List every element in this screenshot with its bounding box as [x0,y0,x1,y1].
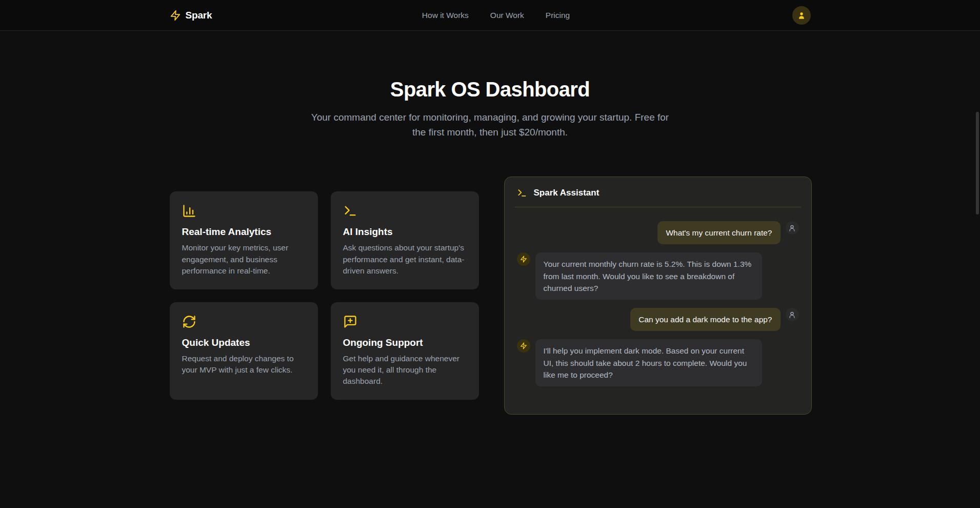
user-message-bubble: Can you add a dark mode to the app? [630,308,780,331]
user-icon [788,311,796,319]
user-message-bubble: What's my current churn rate? [657,221,780,244]
features-grid: Real-time Analytics Monitor your key met… [170,191,479,400]
page-scrollbar-thumb[interactable] [976,112,979,214]
terminal-icon [517,188,527,198]
terminal-icon [343,204,467,218]
nav-link-pricing[interactable]: Pricing [546,11,570,20]
navbar: Spark How it Works Our Work Pricing [0,0,980,31]
assistant-panel-header: Spark Assistant [505,177,811,207]
main-content: Real-time Analytics Monitor your key met… [170,177,811,415]
brand-logo[interactable]: Spark [170,10,212,21]
user-icon [788,224,796,232]
feature-card-realtime-analytics: Real-time Analytics Monitor your key met… [170,191,318,289]
chat-messages: What's my current churn rate? [505,207,811,400]
zap-icon [170,10,181,21]
assistant-message-bubble: I'll help you implement dark mode. Based… [535,339,762,386]
nav-links: How it Works Our Work Pricing [422,11,570,20]
feature-title: Real-time Analytics [182,226,306,238]
navbar-inner: Spark How it Works Our Work Pricing [170,6,811,25]
feature-description: Monitor your key metrics, user engagemen… [182,242,306,277]
feature-card-ai-insights: AI Insights Ask questions about your sta… [331,191,479,289]
nav-link-our-work[interactable]: Our Work [490,11,524,20]
assistant-panel-title: Spark Assistant [534,188,599,198]
user-chat-avatar [786,221,799,235]
user-chat-avatar [786,308,799,321]
nav-link-how-it-works[interactable]: How it Works [422,11,469,20]
page-subtitle: Your command center for monitoring, mana… [311,110,670,140]
spark-assistant-panel: Spark Assistant What's my current churn … [504,177,812,415]
chat-message-user: What's my current churn rate? [517,221,799,244]
feature-description: Ask questions about your startup's perfo… [343,242,467,277]
feature-title: Quick Updates [182,337,306,348]
message-square-plus-icon [343,315,467,329]
assistant-chat-avatar [517,252,530,266]
user-icon [797,11,806,20]
user-avatar-button[interactable] [792,6,811,25]
page-title: Spark OS Dashboard [0,78,980,101]
brand-name: Spark [186,10,212,21]
assistant-chat-avatar [517,339,530,353]
assistant-message-bubble: Your current monthly churn rate is 5.2%.… [535,252,762,300]
refresh-icon [182,315,306,329]
chat-message-user: Can you add a dark mode to the app? [517,308,799,331]
zap-icon [520,256,527,263]
bar-chart-icon [182,204,306,218]
feature-card-quick-updates: Quick Updates Request and deploy changes… [170,302,318,400]
feature-title: Ongoing Support [343,337,467,348]
feature-description: Get help and guidance whenever you need … [343,353,467,387]
feature-card-ongoing-support: Ongoing Support Get help and guidance wh… [331,302,479,400]
feature-title: AI Insights [343,226,467,238]
chat-message-assistant: Your current monthly churn rate is 5.2%.… [517,252,799,300]
chat-message-assistant: I'll help you implement dark mode. Based… [517,339,799,386]
feature-description: Request and deploy changes to your MVP w… [182,353,306,376]
zap-icon [520,342,527,349]
hero-section: Spark OS Dashboard Your command center f… [0,31,980,140]
